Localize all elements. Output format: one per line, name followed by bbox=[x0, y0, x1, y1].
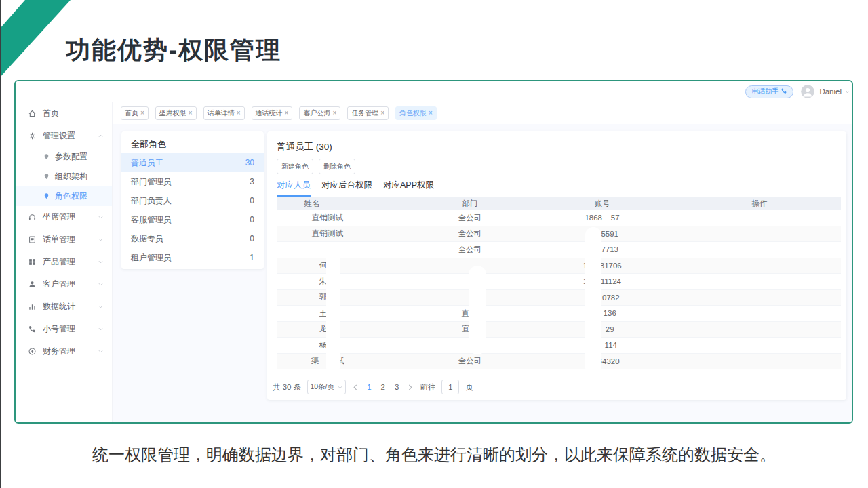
roles-panel-title: 全部角色 bbox=[121, 131, 264, 153]
content-area: 首页×坐席权限×话单详情×通话统计×客户公海×任务管理×角色权限× 全部角色 普… bbox=[113, 102, 852, 422]
role-count: 1 bbox=[250, 253, 254, 262]
sidebar-item-label: 管理设置 bbox=[43, 130, 92, 142]
page-number-1[interactable]: 1 bbox=[367, 383, 371, 391]
close-icon[interactable]: × bbox=[237, 110, 241, 117]
sidebar-item-首页[interactable]: 首页 bbox=[16, 102, 112, 125]
table-row[interactable]: 郭 18 0782 bbox=[277, 290, 841, 306]
table-row[interactable]: 全公司1 7713 bbox=[277, 242, 841, 258]
avatar[interactable] bbox=[801, 85, 814, 98]
cell-account: 18 11124 bbox=[561, 277, 643, 285]
sidebar-subitem-角色权限[interactable]: 角色权限 bbox=[16, 186, 112, 206]
sidebar-item-财务管理[interactable]: 财务管理 bbox=[16, 340, 112, 363]
tab-label: 角色权限 bbox=[399, 108, 427, 118]
cell-account: 1 5591 bbox=[561, 230, 643, 238]
detail-tab-对应APP权限[interactable]: 对应APP权限 bbox=[383, 180, 434, 197]
close-icon[interactable]: × bbox=[285, 110, 289, 117]
page-numbers: 123 bbox=[367, 383, 399, 391]
role-name: 数据专员 bbox=[131, 233, 163, 245]
chevron-down-icon bbox=[98, 237, 104, 243]
close-icon[interactable]: × bbox=[332, 110, 336, 117]
chart-icon bbox=[28, 302, 37, 311]
sidebar-item-客户管理[interactable]: 客户管理 bbox=[16, 273, 112, 296]
headset-icon bbox=[28, 213, 37, 222]
role-count: 0 bbox=[250, 196, 254, 205]
coin-icon bbox=[28, 347, 37, 356]
redaction-blob bbox=[469, 266, 486, 354]
page-number-2[interactable]: 2 bbox=[381, 383, 385, 391]
tab-通话统计[interactable]: 通话统计× bbox=[252, 106, 293, 120]
删除角色-button[interactable]: 删除角色 bbox=[319, 159, 355, 174]
role-item-部门负责人[interactable]: 部门负责人0 bbox=[121, 191, 264, 210]
cell-account: 18 0782 bbox=[561, 293, 643, 302]
pin-icon bbox=[43, 192, 50, 200]
role-item-数据专员[interactable]: 数据专员0 bbox=[121, 229, 264, 248]
pagination-total: 共 30 条 bbox=[273, 382, 301, 392]
chevron-down-icon bbox=[98, 304, 104, 310]
sidebar-item-小号管理[interactable]: 小号管理 bbox=[16, 318, 112, 340]
table-row[interactable]: 王 直 1 136 bbox=[277, 306, 841, 322]
detail-title: 普通员工 (30) bbox=[277, 141, 837, 153]
sidebar-item-数据统计[interactable]: 数据统计 bbox=[16, 296, 112, 318]
table-row[interactable]: 直销测试全公司1 5591 bbox=[277, 226, 841, 243]
role-item-部门管理员[interactable]: 部门管理员3 bbox=[121, 172, 264, 191]
close-icon[interactable]: × bbox=[429, 110, 433, 117]
goto-page-input[interactable]: 1 bbox=[441, 380, 459, 394]
sidebar-subitem-组织架构[interactable]: 组织架构 bbox=[16, 167, 112, 186]
detail-panel: 普通员工 (30) 新建角色删除角色 对应人员对应后台权限对应APP权限 姓名部… bbox=[267, 131, 846, 400]
sidebar-item-坐席管理[interactable]: 坐席管理 bbox=[16, 206, 112, 228]
sidebar-item-管理设置[interactable]: 管理设置 bbox=[16, 125, 112, 147]
close-icon[interactable]: × bbox=[189, 110, 193, 117]
新建角色-button[interactable]: 新建角色 bbox=[277, 159, 313, 174]
next-page-button[interactable] bbox=[406, 384, 414, 391]
role-item-普通员工[interactable]: 普通员工30 bbox=[121, 153, 264, 172]
redaction-blob bbox=[585, 227, 601, 375]
cell-name: 直销测试 bbox=[277, 228, 378, 239]
tab-客户公海[interactable]: 客户公海× bbox=[299, 106, 340, 120]
home-icon bbox=[28, 109, 37, 118]
phone-icon bbox=[28, 325, 37, 333]
sidebar-item-label: 坐席管理 bbox=[43, 211, 92, 223]
role-item-客服管理员[interactable]: 客服管理员0 bbox=[121, 210, 264, 229]
detail-tab-对应后台权限[interactable]: 对应后台权限 bbox=[321, 180, 372, 197]
column-header-姓名: 姓名 bbox=[277, 199, 378, 209]
table-row[interactable]: 直销测试全公司1868 57 bbox=[277, 210, 841, 226]
tab-话单详情[interactable]: 话单详情× bbox=[203, 106, 245, 120]
close-icon[interactable]: × bbox=[380, 110, 384, 117]
sidebar-item-产品管理[interactable]: 产品管理 bbox=[16, 251, 112, 273]
table-row[interactable]: 渠 试全公司1 64320 bbox=[277, 354, 841, 370]
roles-list: 普通员工30部门管理员3部门负责人0客服管理员0数据专员0租户管理员1 bbox=[121, 153, 264, 267]
tab-label: 客户公海 bbox=[303, 108, 330, 118]
phone-icon bbox=[781, 87, 787, 96]
close-icon[interactable]: × bbox=[140, 110, 144, 117]
cell-account: 1 64320 bbox=[561, 357, 643, 365]
tab-坐席权限[interactable]: 坐席权限× bbox=[155, 106, 197, 120]
pagination: 共 30 条 10条/页 123 前往 1 页 bbox=[273, 380, 473, 394]
page-number-3[interactable]: 3 bbox=[395, 383, 399, 391]
table-row[interactable]: 朱 18 11124 bbox=[277, 274, 841, 290]
chevron-down-icon bbox=[844, 89, 850, 95]
column-header-操作: 操作 bbox=[643, 199, 841, 209]
user-menu[interactable]: Daniel bbox=[819, 87, 850, 96]
left-edge-line bbox=[0, 0, 1, 488]
redaction-blob bbox=[326, 243, 340, 374]
role-item-租户管理员[interactable]: 租户管理员1 bbox=[121, 248, 264, 267]
goto-label: 前往 bbox=[420, 382, 435, 392]
prev-page-button[interactable] bbox=[352, 384, 359, 391]
detail-tab-对应人员[interactable]: 对应人员 bbox=[277, 180, 311, 197]
tab-任务管理[interactable]: 任务管理× bbox=[347, 106, 389, 120]
app-header: 电话助手 Daniel bbox=[16, 81, 852, 102]
page-size-select[interactable]: 10条/页 bbox=[307, 380, 346, 394]
main-area: 全部角色 普通员工30部门管理员3部门负责人0客服管理员0数据专员0租户管理员1… bbox=[113, 124, 852, 422]
tab-首页[interactable]: 首页× bbox=[121, 106, 149, 120]
sidebar-item-label: 数据统计 bbox=[43, 301, 92, 312]
user-icon bbox=[28, 280, 37, 289]
tab-角色权限[interactable]: 角色权限× bbox=[395, 106, 437, 120]
phone-assistant-button[interactable]: 电话助手 bbox=[745, 85, 793, 98]
chevron-down-icon bbox=[98, 259, 104, 265]
sidebar-subitem-参数配置[interactable]: 参数配置 bbox=[16, 147, 112, 167]
table-row[interactable]: 杨 79 114 bbox=[277, 338, 841, 354]
table-row[interactable]: 何 15 31706 bbox=[277, 258, 841, 274]
sidebar-item-话单管理[interactable]: 话单管理 bbox=[16, 228, 112, 251]
table-row[interactable]: 龙 宜 1 29 bbox=[277, 322, 841, 338]
sidebar: 首页管理设置参数配置组织架构角色权限坐席管理话单管理产品管理客户管理数据统计小号… bbox=[16, 102, 113, 422]
